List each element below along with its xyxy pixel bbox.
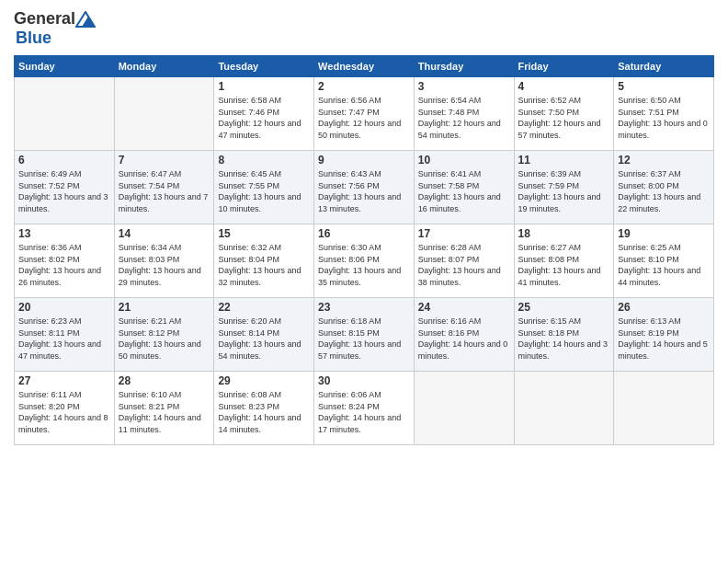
day-number: 28: [119, 374, 210, 387]
calendar-cell: 7Sunrise: 6:47 AM Sunset: 7:54 PM Daylig…: [114, 151, 214, 224]
day-number: 9: [318, 154, 410, 167]
calendar: SundayMondayTuesdayWednesdayThursdayFrid…: [14, 55, 714, 445]
day-number: 11: [518, 154, 610, 167]
day-info: Sunrise: 6:15 AM Sunset: 8:18 PM Dayligh…: [518, 316, 610, 362]
week-row-5: 27Sunrise: 6:11 AM Sunset: 8:20 PM Dayli…: [15, 372, 714, 445]
day-info: Sunrise: 6:06 AM Sunset: 8:24 PM Dayligh…: [318, 389, 410, 435]
calendar-cell: 5Sunrise: 6:50 AM Sunset: 7:51 PM Daylig…: [614, 77, 714, 151]
page: GeneralBlue SundayMondayTuesdayWednesday…: [0, 0, 728, 563]
day-number: 14: [119, 227, 210, 240]
day-number: 26: [618, 301, 710, 314]
calendar-cell: 18Sunrise: 6:27 AM Sunset: 8:08 PM Dayli…: [514, 224, 614, 298]
calendar-cell: 6Sunrise: 6:49 AM Sunset: 7:52 PM Daylig…: [15, 151, 115, 224]
calendar-cell: 24Sunrise: 6:16 AM Sunset: 8:16 PM Dayli…: [414, 298, 514, 372]
day-info: Sunrise: 6:58 AM Sunset: 7:46 PM Dayligh…: [218, 95, 310, 141]
calendar-cell: 28Sunrise: 6:10 AM Sunset: 8:21 PM Dayli…: [114, 372, 214, 445]
calendar-cell: 20Sunrise: 6:23 AM Sunset: 8:11 PM Dayli…: [15, 298, 115, 372]
day-info: Sunrise: 6:32 AM Sunset: 8:04 PM Dayligh…: [218, 242, 310, 288]
day-number: 15: [218, 227, 310, 240]
day-number: 20: [18, 301, 110, 314]
calendar-cell: 15Sunrise: 6:32 AM Sunset: 8:04 PM Dayli…: [214, 224, 314, 298]
calendar-cell: 9Sunrise: 6:43 AM Sunset: 7:56 PM Daylig…: [314, 151, 415, 224]
day-number: 6: [18, 154, 110, 167]
day-info: Sunrise: 6:50 AM Sunset: 7:51 PM Dayligh…: [618, 95, 710, 141]
header: GeneralBlue: [14, 9, 714, 48]
calendar-cell: 16Sunrise: 6:30 AM Sunset: 8:06 PM Dayli…: [314, 224, 415, 298]
day-info: Sunrise: 6:28 AM Sunset: 8:07 PM Dayligh…: [418, 242, 510, 288]
day-number: 30: [318, 374, 410, 387]
calendar-cell: [514, 372, 614, 445]
calendar-cell: 2Sunrise: 6:56 AM Sunset: 7:47 PM Daylig…: [314, 77, 415, 151]
day-number: 4: [518, 80, 610, 93]
calendar-cell: 8Sunrise: 6:45 AM Sunset: 7:55 PM Daylig…: [214, 151, 314, 224]
calendar-cell: 30Sunrise: 6:06 AM Sunset: 8:24 PM Dayli…: [314, 372, 415, 445]
calendar-cell: 11Sunrise: 6:39 AM Sunset: 7:59 PM Dayli…: [514, 151, 614, 224]
calendar-cell: 4Sunrise: 6:52 AM Sunset: 7:50 PM Daylig…: [514, 77, 614, 151]
weekday-thursday: Thursday: [414, 56, 514, 77]
calendar-cell: [15, 77, 115, 151]
day-info: Sunrise: 6:08 AM Sunset: 8:23 PM Dayligh…: [218, 389, 310, 435]
day-number: 23: [318, 301, 410, 314]
day-info: Sunrise: 6:54 AM Sunset: 7:48 PM Dayligh…: [418, 95, 510, 141]
svg-marker-1: [82, 17, 95, 27]
day-number: 7: [119, 154, 210, 167]
day-info: Sunrise: 6:49 AM Sunset: 7:52 PM Dayligh…: [18, 168, 110, 214]
day-number: 22: [218, 301, 310, 314]
calendar-cell: 17Sunrise: 6:28 AM Sunset: 8:07 PM Dayli…: [414, 224, 514, 298]
day-info: Sunrise: 6:37 AM Sunset: 8:00 PM Dayligh…: [618, 168, 710, 214]
day-info: Sunrise: 6:36 AM Sunset: 8:02 PM Dayligh…: [18, 242, 110, 288]
weekday-sunday: Sunday: [15, 56, 115, 77]
day-info: Sunrise: 6:30 AM Sunset: 8:06 PM Dayligh…: [318, 242, 410, 288]
day-number: 1: [218, 80, 310, 93]
day-number: 13: [18, 227, 110, 240]
day-info: Sunrise: 6:25 AM Sunset: 8:10 PM Dayligh…: [618, 242, 710, 288]
calendar-cell: 12Sunrise: 6:37 AM Sunset: 8:00 PM Dayli…: [614, 151, 714, 224]
calendar-cell: 27Sunrise: 6:11 AM Sunset: 8:20 PM Dayli…: [15, 372, 115, 445]
weekday-saturday: Saturday: [614, 56, 714, 77]
day-info: Sunrise: 6:21 AM Sunset: 8:12 PM Dayligh…: [119, 316, 210, 362]
day-info: Sunrise: 6:20 AM Sunset: 8:14 PM Dayligh…: [218, 316, 310, 362]
day-info: Sunrise: 6:10 AM Sunset: 8:21 PM Dayligh…: [119, 389, 210, 435]
day-info: Sunrise: 6:47 AM Sunset: 7:54 PM Dayligh…: [119, 168, 210, 214]
week-row-1: 1Sunrise: 6:58 AM Sunset: 7:46 PM Daylig…: [15, 77, 714, 151]
day-info: Sunrise: 6:43 AM Sunset: 7:56 PM Dayligh…: [318, 168, 410, 214]
calendar-cell: 29Sunrise: 6:08 AM Sunset: 8:23 PM Dayli…: [214, 372, 314, 445]
day-info: Sunrise: 6:41 AM Sunset: 7:58 PM Dayligh…: [418, 168, 510, 214]
calendar-cell: 13Sunrise: 6:36 AM Sunset: 8:02 PM Dayli…: [15, 224, 115, 298]
calendar-cell: 3Sunrise: 6:54 AM Sunset: 7:48 PM Daylig…: [414, 77, 514, 151]
day-number: 18: [518, 227, 610, 240]
calendar-cell: 14Sunrise: 6:34 AM Sunset: 8:03 PM Dayli…: [114, 224, 214, 298]
calendar-cell: [614, 372, 714, 445]
day-number: 25: [518, 301, 610, 314]
week-row-3: 13Sunrise: 6:36 AM Sunset: 8:02 PM Dayli…: [15, 224, 714, 298]
calendar-cell: 21Sunrise: 6:21 AM Sunset: 8:12 PM Dayli…: [114, 298, 214, 372]
day-info: Sunrise: 6:23 AM Sunset: 8:11 PM Dayligh…: [18, 316, 110, 362]
week-row-2: 6Sunrise: 6:49 AM Sunset: 7:52 PM Daylig…: [15, 151, 714, 224]
calendar-cell: 23Sunrise: 6:18 AM Sunset: 8:15 PM Dayli…: [314, 298, 415, 372]
day-number: 17: [418, 227, 510, 240]
day-number: 8: [218, 154, 310, 167]
day-number: 10: [418, 154, 510, 167]
weekday-friday: Friday: [514, 56, 614, 77]
day-number: 12: [618, 154, 710, 167]
day-info: Sunrise: 6:11 AM Sunset: 8:20 PM Dayligh…: [18, 389, 110, 435]
day-info: Sunrise: 6:56 AM Sunset: 7:47 PM Dayligh…: [318, 95, 410, 141]
weekday-header-row: SundayMondayTuesdayWednesdayThursdayFrid…: [15, 56, 714, 77]
day-number: 3: [418, 80, 510, 93]
day-info: Sunrise: 6:27 AM Sunset: 8:08 PM Dayligh…: [518, 242, 610, 288]
calendar-cell: 10Sunrise: 6:41 AM Sunset: 7:58 PM Dayli…: [414, 151, 514, 224]
day-info: Sunrise: 6:34 AM Sunset: 8:03 PM Dayligh…: [119, 242, 210, 288]
day-number: 16: [318, 227, 410, 240]
weekday-tuesday: Tuesday: [214, 56, 314, 77]
calendar-cell: 1Sunrise: 6:58 AM Sunset: 7:46 PM Daylig…: [214, 77, 314, 151]
calendar-cell: 25Sunrise: 6:15 AM Sunset: 8:18 PM Dayli…: [514, 298, 614, 372]
day-number: 19: [618, 227, 710, 240]
day-number: 27: [18, 374, 110, 387]
day-info: Sunrise: 6:13 AM Sunset: 8:19 PM Dayligh…: [618, 316, 710, 362]
calendar-cell: 26Sunrise: 6:13 AM Sunset: 8:19 PM Dayli…: [614, 298, 714, 372]
day-number: 29: [218, 374, 310, 387]
day-number: 24: [418, 301, 510, 314]
calendar-cell: [114, 77, 214, 151]
day-number: 5: [618, 80, 710, 93]
week-row-4: 20Sunrise: 6:23 AM Sunset: 8:11 PM Dayli…: [15, 298, 714, 372]
